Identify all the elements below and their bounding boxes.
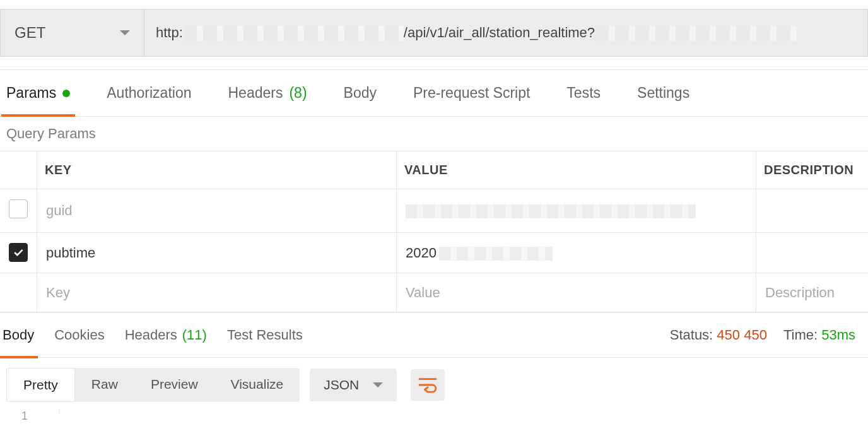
format-preview[interactable]: Preview [134,368,214,402]
table-row: guid [0,189,868,233]
active-dot-icon [62,90,70,97]
row-checkbox[interactable] [9,199,28,218]
param-desc-input[interactable]: Description [756,273,869,312]
resp-headers-label: Headers [125,327,177,343]
col-key-header: KEY [37,151,397,189]
table-row-new: Key Value Description [0,273,868,312]
response-format-row: Pretty Raw Preview Visualize JSON [0,358,868,403]
tab-settings[interactable]: Settings [637,70,689,116]
resp-tab-body[interactable]: Body [3,312,34,358]
language-select[interactable]: JSON [310,369,397,401]
col-checkbox-header [0,151,37,189]
tab-headers-count: (8) [289,85,307,102]
check-icon [12,246,25,259]
tab-prerequest[interactable]: Pre-request Script [413,70,530,116]
param-desc-cell[interactable] [756,189,869,233]
status-value: 450 450 [717,327,767,343]
url-input[interactable]: http:/api/v1/air_all/station_realtime? [144,9,867,56]
param-key-input[interactable]: Key [37,273,397,312]
param-value-input[interactable]: Value [397,273,756,312]
redacted-query [595,26,797,41]
param-value-text: 2020 [406,245,437,261]
status-label: Status: [670,327,713,343]
resp-tab-headers[interactable]: Headers (11) [125,312,207,358]
url-text: http:/api/v1/air_all/station_realtime? [156,25,797,41]
param-value-cell[interactable]: 2020 [397,233,756,273]
time-block: Time: 53ms [783,327,855,343]
tab-params[interactable]: Params [6,70,70,116]
tab-authorization[interactable]: Authorization [107,70,191,116]
format-pretty[interactable]: Pretty [6,368,75,402]
json-line [59,410,868,413]
param-value-cell[interactable] [397,189,756,233]
redacted-value [439,247,553,261]
col-value-header: VALUE [397,151,756,189]
url-path: /api/v1/air_all/station_realtime? [404,25,595,40]
chevron-down-icon [373,382,383,387]
tab-headers-label: Headers [228,85,283,102]
chevron-down-icon [120,30,130,35]
table-row: pubtime 2020 [0,233,868,273]
param-desc-cell[interactable] [756,233,869,273]
time-value: 53ms [821,327,855,343]
time-label: Time: [783,327,818,343]
status-block: Status: 450 450 [670,327,767,343]
tab-params-label: Params [6,85,56,102]
method-select[interactable]: GET [1,9,144,56]
tab-body[interactable]: Body [344,70,377,116]
param-key-cell[interactable]: pubtime [37,233,397,273]
line-number: 1 [21,410,28,423]
params-table: KEY VALUE DESCRIPTION guid pubtime [0,151,868,312]
wrap-lines-button[interactable] [411,369,445,401]
method-label: GET [15,24,45,42]
query-params-heading: Query Params [0,117,868,151]
format-visualize[interactable]: Visualize [214,368,300,402]
tab-headers[interactable]: Headers (8) [228,70,307,116]
resp-headers-count: (11) [182,327,207,343]
row-checkbox[interactable] [9,243,28,262]
response-tabs: Body Cookies Headers (11) Test Results S… [0,312,868,358]
language-label: JSON [324,377,359,393]
response-body[interactable]: 1 [0,403,868,423]
param-key-cell[interactable]: guid [37,189,397,233]
resp-tab-test-results[interactable]: Test Results [227,312,303,358]
wrap-icon [418,377,437,393]
col-description-header: DESCRIPTION [756,151,869,189]
resp-tab-cookies[interactable]: Cookies [54,312,104,358]
redacted-value [406,204,696,218]
url-scheme: http: [156,25,183,40]
tab-tests[interactable]: Tests [566,70,601,116]
response-meta: Status: 450 450 Time: 53ms [670,327,868,343]
format-segment: Pretty Raw Preview Visualize [6,368,300,402]
request-tabs: Params Authorization Headers (8) Body Pr… [0,69,868,117]
request-url-bar: GET http:/api/v1/air_all/station_realtim… [0,9,868,57]
redacted-host [183,26,404,41]
format-raw[interactable]: Raw [75,368,134,402]
